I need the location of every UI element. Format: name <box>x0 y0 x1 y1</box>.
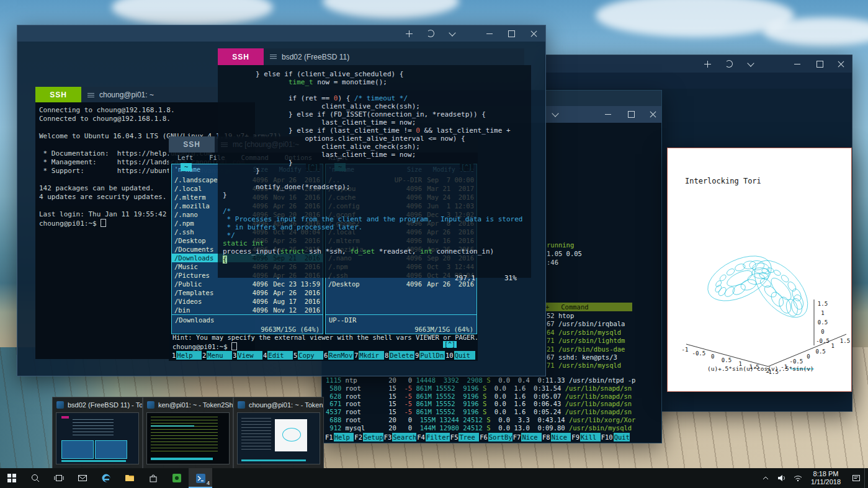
taskbar-preview-ken[interactable]: ken@pi01: ~ - Token2Shell <box>143 397 233 470</box>
fkey-quit[interactable]: 10Quit <box>445 351 475 360</box>
mc-shell-prompt[interactable]: choung@pi01:~$ <box>172 342 237 350</box>
scroll-up-icon[interactable]: [^] <box>443 341 457 348</box>
choung-tabbar[interactable]: SSH choung@pi01: ~ <box>35 87 217 103</box>
disk-usage: 9663M/15G (64%) <box>414 326 473 333</box>
mail-button[interactable] <box>71 468 94 488</box>
preview-thumbnail[interactable] <box>146 412 230 464</box>
process-row[interactable]: 671 root 15 -5 861M 15552 9196 S 0.0 1.6… <box>326 400 635 408</box>
green-app-button[interactable] <box>165 468 189 488</box>
network-button[interactable] <box>790 468 806 488</box>
taskbar: 4 8:18 PM 1/11/2018 <box>0 468 868 488</box>
plot-function-label: (u)+.5*sin(u)*cos(v),.5*sin(v) <box>707 365 814 372</box>
fkey-delete[interactable]: 8Delete <box>384 351 414 360</box>
background-window-titlebar[interactable] <box>545 55 852 73</box>
task-view-button[interactable] <box>47 468 71 488</box>
show-desktop-button[interactable] <box>864 468 868 488</box>
ssh-badge: SSH <box>35 87 81 103</box>
fkey-mkdir[interactable]: 7Mkdir <box>354 351 384 360</box>
volume-button[interactable] <box>774 468 790 488</box>
token2shell-taskbar-button[interactable]: 4 <box>189 468 212 488</box>
mc-row[interactable]: /Desktop4096Apr 26 2016 <box>326 280 477 288</box>
fkey-quit[interactable]: F10Quit <box>601 433 630 441</box>
cloud <box>112 0 273 26</box>
chevron-down-icon[interactable] <box>545 106 565 123</box>
htop-process-table: 1115 ntp 20 0 14448 3392 2908 S 0.0 0.4 … <box>326 376 635 432</box>
fkey-copy[interactable]: 5Copy <box>293 351 323 360</box>
taskbar-preview-choung[interactable]: choung@pi01: ~ - Token2S... <box>233 397 324 470</box>
fkey-filter[interactable]: F4Filter <box>416 433 450 441</box>
token2shell-icon <box>195 473 206 484</box>
mc-row[interactable]: /Templates4096Apr 26 2016 <box>172 288 323 297</box>
tab-title: choung@pi01: ~ <box>99 91 154 99</box>
sync-icon[interactable] <box>719 55 739 73</box>
mc-left-path-tab[interactable]: ~ <box>181 163 192 171</box>
fkey-help[interactable]: F1Help <box>324 433 354 441</box>
mail-icon <box>78 473 87 483</box>
sync-icon[interactable] <box>421 25 441 42</box>
fkey-setup[interactable]: F2Setup <box>354 433 383 441</box>
chevron-down-icon[interactable] <box>442 25 462 42</box>
mc-row[interactable]: /Videos4096Aug 17 2016 <box>172 297 323 306</box>
minimize-button[interactable] <box>787 55 807 73</box>
screen: running1.05 0.05:46 + Command 52 htop67 … <box>0 0 868 488</box>
process-row[interactable]: 4537 root 15 -5 861M 15552 9196 S 0.0 1.… <box>326 408 635 416</box>
fkey-tree[interactable]: F5Tree <box>450 433 479 441</box>
file-explorer-button[interactable] <box>118 468 141 488</box>
process-row[interactable]: 628 root 15 -5 861M 15552 9196 S 0.0 1.6… <box>326 393 635 401</box>
fkey-kill[interactable]: F9Kill <box>571 433 600 441</box>
action-center-button[interactable] <box>848 468 864 488</box>
maximize-button[interactable] <box>621 106 641 123</box>
fkey-edit[interactable]: 4Edit <box>262 351 293 360</box>
search-button[interactable] <box>24 468 47 488</box>
fkey-view[interactable]: 3View <box>232 351 262 360</box>
bsd02-tabbar[interactable]: SSH bsd02 (FreeBSD 11) <box>218 48 524 65</box>
fkey-sortby[interactable]: F6SortBy <box>479 433 512 441</box>
cloud <box>763 17 868 46</box>
hamburger-icon[interactable] <box>270 56 277 57</box>
maximize-button[interactable] <box>810 55 830 73</box>
chevron-up-icon <box>762 476 769 481</box>
tray-expand-button[interactable] <box>758 468 774 488</box>
main-window-titlebar[interactable] <box>17 25 545 42</box>
bsd02-terminal-content[interactable]: } else if (client_alive_scheduled) { tim… <box>218 65 531 278</box>
add-tab-icon[interactable] <box>697 55 717 73</box>
preview-thumbnail[interactable] <box>237 412 320 464</box>
process-row[interactable]: 688 root 20 0 155M 13244 24512 S 0.0 3.3… <box>326 416 635 424</box>
start-button[interactable] <box>0 468 24 488</box>
fkey-nice[interactable]: F7Nice - <box>512 433 542 441</box>
fkey-pulldn[interactable]: 9PullDn <box>414 351 445 360</box>
taskbar-preview-bsd02[interactable]: bsd02 (FreeBSD 11) - Token2... <box>52 397 143 470</box>
process-row[interactable]: 580 root 15 -5 861M 15552 9196 S 0.0 1.6… <box>326 384 635 393</box>
token2shell-icon <box>147 401 154 409</box>
process-row[interactable]: 912 mysql 20 0 144M 12980 24512 S 0.0 13… <box>326 424 635 432</box>
taskbar-clock[interactable]: 8:18 PM 1/11/2018 <box>806 470 848 486</box>
close-button[interactable] <box>524 25 544 42</box>
add-tab-icon[interactable] <box>399 25 419 42</box>
chevron-down-icon[interactable] <box>741 55 761 73</box>
close-button[interactable] <box>831 55 851 73</box>
minimize-button[interactable] <box>598 106 618 123</box>
fkey-nice[interactable]: F8Nice + <box>542 433 571 441</box>
preview-thumbnail[interactable] <box>56 412 139 464</box>
fkey-renmov[interactable]: 6RenMov <box>323 351 354 360</box>
close-button[interactable] <box>643 106 663 123</box>
mc-row[interactable]: /bin4096Nov 12 2016 <box>172 306 323 314</box>
window-count-badge: 4 <box>207 480 210 486</box>
fkey-help[interactable]: 1Help <box>171 351 202 360</box>
tab-choung[interactable]: choung@pi01: ~ <box>81 87 217 103</box>
fkey-search[interactable]: F3Search <box>383 433 417 441</box>
maximize-button[interactable] <box>501 25 521 42</box>
edge-browser-icon <box>101 473 111 483</box>
mc-row[interactable]: /Public4096Dec 23 13:59 <box>172 280 323 288</box>
edge-button[interactable] <box>94 468 118 488</box>
minimize-button[interactable] <box>480 25 499 42</box>
htop-command-column-header[interactable]: + Command <box>545 303 632 311</box>
htop-process-fragments: 52 htop67 /usr/sbin/irqbala64 /usr/sbin/… <box>547 312 625 370</box>
fkey-menu[interactable]: 2Menu <box>202 351 232 360</box>
mc-menu-left[interactable]: Left <box>177 154 193 164</box>
process-row[interactable]: 1115 ntp 20 0 14448 3392 2908 S 0.0 0.4 … <box>326 376 635 384</box>
tab-bsd02[interactable]: bsd02 (FreeBSD 11) <box>264 48 524 65</box>
store-button[interactable] <box>141 468 165 488</box>
scroll-percent: 31% <box>504 274 517 282</box>
hamburger-icon[interactable] <box>87 95 94 95</box>
